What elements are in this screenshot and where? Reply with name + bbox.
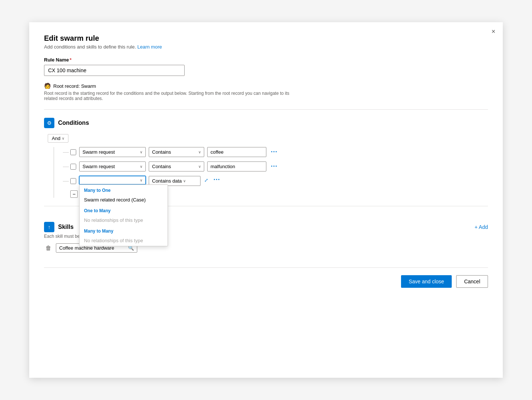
conditions-tree: Swarm request ∨ Contains ∨ ··· Swarm req… xyxy=(54,147,488,198)
condition-row-1: Swarm request ∨ Contains ∨ ··· xyxy=(70,147,488,157)
root-record-description: Root record is the starting record for t… xyxy=(44,91,303,101)
condition-2-value-input[interactable] xyxy=(207,161,266,171)
many-to-many-group-label: Many to Many xyxy=(80,226,168,235)
learn-more-link[interactable]: Learn more xyxy=(137,44,162,50)
many-to-one-group-label: Many to One xyxy=(80,185,168,194)
condition-1-field-dropdown[interactable]: Swarm request ∨ xyxy=(79,147,146,157)
and-chevron-icon: ∨ xyxy=(62,136,64,140)
conditions-area: And ∨ Swarm request ∨ Contains ∨ ··· xyxy=(48,134,488,198)
field-2-chevron-icon: ∨ xyxy=(140,164,142,169)
condition-1-more-button[interactable]: ··· xyxy=(269,148,279,156)
condition-2-checkbox[interactable] xyxy=(70,164,76,170)
condition-3-checkbox[interactable] xyxy=(70,178,76,184)
conditions-icon: ⚙ xyxy=(44,118,54,128)
rule-name-input[interactable] xyxy=(44,65,185,76)
condition-2-more-button[interactable]: ··· xyxy=(269,163,279,170)
condition-3-field-dropdown-container: ∨ Many to One Swarm related record (Case… xyxy=(79,176,146,184)
root-record: 🧑 Root record: Swarm xyxy=(44,83,488,89)
conditions-section-header: ⚙ Conditions xyxy=(44,118,488,128)
edit-swarm-rule-dialog: × Edit swarm rule Add conditions and ski… xyxy=(29,22,503,378)
condition-row-2: Swarm request ∨ Contains ∨ ··· xyxy=(70,161,488,171)
conditions-title: Conditions xyxy=(58,120,89,126)
condition-1-operator-dropdown[interactable]: Contains ∨ xyxy=(149,147,204,157)
condition-2-field-dropdown[interactable]: Swarm request ∨ xyxy=(79,161,146,171)
field-3-chevron-icon: ∨ xyxy=(140,178,142,182)
dialog-title: Edit swarm rule xyxy=(44,34,488,43)
condition-3-field-dropdown[interactable]: ∨ xyxy=(79,176,146,184)
condition-row-3: ∨ Many to One Swarm related record (Case… xyxy=(70,176,488,186)
close-button[interactable]: × xyxy=(491,28,495,35)
dialog-footer: Save and close Cancel xyxy=(44,267,488,288)
contains-data-chevron-icon: ∨ xyxy=(183,179,186,183)
collapse-button[interactable]: − xyxy=(70,190,78,198)
dialog-subtitle: Add conditions and skills to define this… xyxy=(44,44,488,50)
skills-icon: ↑ xyxy=(44,222,54,232)
add-skill-button[interactable]: + Add xyxy=(475,224,488,230)
person-icon: 🧑 xyxy=(44,83,51,89)
condition-1-checkbox[interactable] xyxy=(70,149,76,155)
condition-2-operator-dropdown[interactable]: Contains ∨ xyxy=(149,161,204,171)
skills-title: Skills xyxy=(58,224,74,230)
condition-3-expand-button[interactable]: ⤢ xyxy=(203,177,209,183)
dropdown-item-no-rel-1: No relationships of this type xyxy=(80,215,168,226)
operator-1-chevron-icon: ∨ xyxy=(198,150,201,154)
delete-skill-button[interactable]: 🗑 xyxy=(44,245,53,251)
operator-2-chevron-icon: ∨ xyxy=(198,164,201,169)
save-and-close-button[interactable]: Save and close xyxy=(401,275,452,288)
one-to-many-group-label: One to Many xyxy=(80,205,168,215)
dropdown-item-swarm-related-case[interactable]: Swarm related record (Case) xyxy=(80,194,168,205)
condition-1-value-input[interactable] xyxy=(207,147,266,157)
and-operator-badge[interactable]: And ∨ xyxy=(48,134,68,143)
field-dropdown-menu: Many to One Swarm related record (Case) … xyxy=(79,184,168,246)
condition-3-more-button[interactable]: ··· xyxy=(212,176,222,184)
skills-section-header: ↑ Skills xyxy=(44,222,74,232)
cancel-button[interactable]: Cancel xyxy=(456,275,488,288)
rule-name-label: Rule Name* xyxy=(44,57,488,63)
dropdown-item-no-rel-2: No relationships of this type xyxy=(80,235,168,246)
field-1-chevron-icon: ∨ xyxy=(140,150,142,154)
